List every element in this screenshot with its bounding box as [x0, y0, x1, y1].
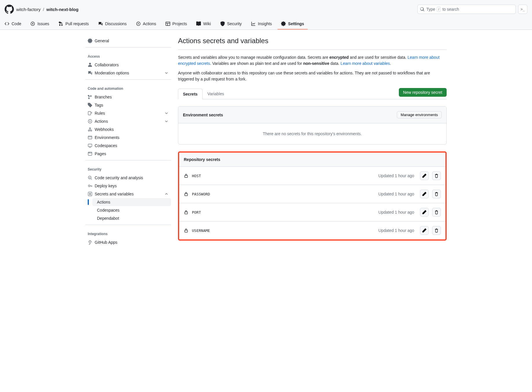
sidebar-branches[interactable]: Branches — [85, 93, 171, 101]
rules-icon — [88, 111, 92, 116]
lock-icon — [184, 228, 188, 233]
main-content: Actions secrets and variables Secrets an… — [178, 37, 447, 246]
nav-settings[interactable]: Settings — [278, 19, 307, 30]
nav-pulls[interactable]: Pull requests — [55, 19, 92, 30]
search-suffix: to search — [442, 7, 459, 12]
nav-security[interactable]: Security — [217, 19, 245, 30]
intro-encrypted-bold: encrypted — [329, 55, 349, 60]
sidebar-pages[interactable]: Pages — [85, 150, 171, 158]
manage-environments-button[interactable]: Manage environments — [397, 111, 442, 118]
command-palette-button[interactable]: >_ — [518, 5, 527, 14]
environment-secrets-panel: Environment secrets Manage environments … — [178, 106, 447, 144]
environment-icon — [88, 135, 92, 140]
sidebar-code-security-label: Code security and analysis — [95, 175, 143, 180]
tab-variables[interactable]: Variables — [203, 88, 229, 99]
sidebar-actions-label: Actions — [95, 119, 108, 124]
sidebar-deploy-keys-label: Deploy keys — [95, 184, 117, 188]
sidebar-github-apps[interactable]: GitHub Apps — [85, 238, 171, 246]
sidebar-collaborators-label: Collaborators — [95, 63, 119, 67]
search-prefix: Type — [426, 7, 435, 12]
sidebar-webhooks[interactable]: Webhooks — [85, 125, 171, 133]
delete-secret-button[interactable] — [432, 190, 441, 198]
sidebar-sub-codespaces[interactable]: Codespaces — [92, 206, 171, 214]
sidebar-codespaces-label: Codespaces — [95, 143, 117, 148]
graph-icon — [251, 21, 256, 26]
pencil-icon — [422, 173, 427, 178]
sidebar-rules[interactable]: Rules — [85, 109, 171, 117]
nav-insights[interactable]: Insights — [247, 19, 275, 30]
edit-secret-button[interactable] — [420, 226, 429, 235]
intro-paragraph-1: Secrets and variables allow you to manag… — [178, 54, 447, 67]
environment-secrets-empty: There are no secrets for this repository… — [178, 123, 446, 144]
play-icon — [136, 21, 141, 26]
delete-secret-button[interactable] — [432, 171, 441, 180]
terminal-icon: >_ — [521, 7, 525, 11]
sidebar-security-title: Security — [85, 163, 171, 174]
intro-1d: . Variables are shown as plain text and … — [210, 61, 303, 66]
page-title: Actions secrets and variables — [178, 37, 447, 45]
sidebar-secrets-vars[interactable]: Secrets and variables — [85, 190, 171, 198]
sidebar-webhooks-label: Webhooks — [95, 127, 114, 132]
intro-1g: . — [390, 61, 391, 66]
sidebar-sub-codespaces-label: Codespaces — [97, 208, 120, 213]
nav-code[interactable]: Code — [1, 19, 25, 30]
nav-issues[interactable]: Issues — [27, 19, 52, 30]
sidebar-sub-dependabot-label: Dependabot — [97, 216, 119, 221]
nav-insights-label: Insights — [258, 21, 272, 26]
sidebar-general-label: General — [95, 39, 109, 43]
sidebar-moderation[interactable]: Moderation options — [85, 69, 171, 77]
secret-name: PASSWORD — [192, 192, 210, 196]
nav-actions[interactable]: Actions — [133, 19, 160, 30]
sidebar-actions[interactable]: Actions — [85, 117, 171, 125]
repository-secrets-panel: Repository secrets HOST Updated 1 hour a… — [178, 151, 447, 241]
nav-settings-label: Settings — [288, 21, 304, 26]
edit-secret-button[interactable] — [420, 208, 429, 217]
github-logo[interactable] — [5, 5, 14, 14]
intro-1a: Secrets and variables allow you to manag… — [178, 55, 329, 60]
breadcrumb-owner[interactable]: witch-factory — [16, 7, 41, 12]
tab-secrets[interactable]: Secrets — [178, 89, 203, 99]
pencil-icon — [422, 192, 427, 196]
sidebar-tags[interactable]: Tags — [85, 101, 171, 109]
code-icon — [5, 21, 9, 26]
repository-secrets-header: Repository secrets — [184, 157, 220, 162]
edit-secret-button[interactable] — [420, 171, 429, 180]
sidebar-collaborators[interactable]: Collaborators — [85, 61, 171, 69]
codescan-icon — [88, 175, 92, 180]
sidebar-secrets-vars-label: Secrets and variables — [95, 192, 134, 196]
breadcrumb-repo[interactable]: witch-next-blog — [46, 7, 78, 12]
sidebar-sub-actions[interactable]: Actions — [92, 198, 171, 206]
nav-discussions[interactable]: Discussions — [95, 19, 130, 30]
key-icon — [88, 184, 92, 188]
codespace-icon — [88, 143, 92, 148]
search-kbd: / — [437, 7, 441, 12]
delete-secret-button[interactable] — [432, 208, 441, 217]
sidebar-rules-label: Rules — [95, 111, 105, 116]
lock-icon — [184, 173, 188, 178]
secrets-variables-tabs: Secrets Variables New repository secret — [178, 88, 447, 99]
sidebar-general[interactable]: General — [85, 37, 171, 45]
sidebar-sub-dependabot[interactable]: Dependabot — [92, 214, 171, 222]
nav-projects[interactable]: Projects — [162, 19, 191, 30]
chevron-down-icon — [164, 119, 169, 124]
intro-nonsensitive-bold: non-sensitive — [303, 61, 329, 66]
edit-secret-button[interactable] — [420, 190, 429, 198]
secret-row: PASSWORD Updated 1 hour ago — [179, 185, 445, 203]
delete-secret-button[interactable] — [432, 226, 441, 235]
nav-projects-label: Projects — [173, 21, 187, 26]
breadcrumb: witch-factory / witch-next-blog — [16, 7, 78, 12]
sidebar-deploy-keys[interactable]: Deploy keys — [85, 182, 171, 190]
nav-wiki[interactable]: Wiki — [193, 19, 214, 30]
sidebar-codespaces[interactable]: Codespaces — [85, 142, 171, 150]
nav-security-label: Security — [227, 21, 242, 26]
sidebar-branches-label: Branches — [95, 95, 112, 99]
new-repository-secret-button[interactable]: New repository secret — [399, 88, 447, 97]
chevron-down-icon — [164, 71, 169, 75]
sidebar-code-security[interactable]: Code security and analysis — [85, 174, 171, 182]
sidebar-github-apps-label: GitHub Apps — [95, 240, 118, 245]
learn-variables-link[interactable]: Learn more about variables — [341, 61, 390, 66]
secret-updated: Updated 1 hour ago — [378, 192, 414, 196]
sidebar-environments[interactable]: Environments — [85, 133, 171, 142]
search-input[interactable]: Type / to search — [417, 5, 516, 14]
webhook-icon — [88, 127, 92, 132]
